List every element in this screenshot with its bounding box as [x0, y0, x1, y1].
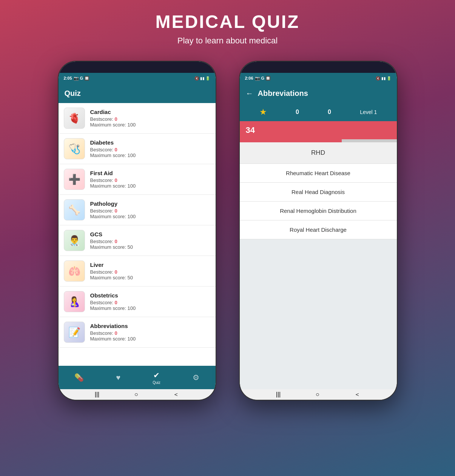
quiz-title-pathology: Pathology [90, 200, 136, 207]
progress-bar-fill [240, 139, 342, 142]
nav-settings[interactable]: ⚙ [193, 373, 199, 382]
pill-icon: 💊 [74, 373, 84, 382]
phone2-status-bar: 2:06 📷 G 🔲 🔇 ▮▮ 🔋 [240, 73, 397, 83]
phone2-status-time: 2:06 [245, 76, 253, 80]
phone2-home-circle: ○ [316, 391, 319, 398]
status-bar-right: 🔇 ▮▮ 🔋 [194, 76, 210, 80]
quiz-maxscore-liver: Maximum score: 50 [90, 275, 133, 280]
phone2-inner: 2:06 📷 G 🔲 🔇 ▮▮ 🔋 ← Abbreviations ★ 0 0 … [240, 62, 397, 400]
phone1-app-bar: Quiz [59, 83, 216, 103]
quiz-maxscore-abbreviations: Maximum score: 100 [90, 336, 136, 342]
nav-heart[interactable]: ♥ [116, 373, 120, 382]
quiz-title-liver: Liver [90, 262, 133, 268]
quiz-bestscore-cardiac: Bestscore: 0 [90, 116, 136, 122]
score-val-1: 0 [296, 109, 299, 116]
phone2-home-gesture: ||| [276, 391, 281, 398]
phones-container: 2:05 📷 G 🔲 🔇 ▮▮ 🔋 Quiz 🫀CardiacBestscore… [58, 61, 398, 401]
quiz-title-obstetrics: Obstetrics [90, 292, 136, 299]
quiz-title-abbreviations: Abbreviations [90, 323, 136, 329]
page-subtitle: Play to learn about medical [177, 36, 278, 46]
phone2-home-triangle: ＜ [354, 391, 360, 399]
quiz-title-diabetes: Diabetes [90, 139, 136, 146]
quiz-maxscore-cardiac: Maximum score: 100 [90, 122, 136, 128]
status-icons: 📷 G 🔲 [74, 76, 90, 81]
quiz-item-liver[interactable]: 🫁LiverBestscore: 0Maximum score: 50 [59, 256, 216, 287]
phone1-home-indicator: ||| ○ ＜ [59, 389, 216, 400]
phone2-app-title: Abbreviations [258, 89, 308, 98]
status-right-icons: 🔇 ▮▮ 🔋 [194, 76, 210, 80]
phone2-notch [240, 62, 397, 73]
notch-bump [130, 62, 145, 68]
question-number: 34 [246, 125, 255, 135]
question-number-bar: 34 [240, 121, 397, 139]
phone2-app-bar: ← Abbreviations [240, 83, 397, 103]
home-circle: ○ [134, 391, 138, 398]
phone2-status-right: 🔇 ▮▮ 🔋 [376, 76, 392, 80]
phone2-notch-bump [311, 62, 326, 68]
nav-quiz[interactable]: ✔ Quiz [153, 371, 160, 385]
quiz-bestscore-pathology: Bestscore: 0 [90, 208, 136, 214]
answer-options: Rheumatic Heart DiseaseReal Head Diagnos… [240, 164, 397, 389]
answer-ans4[interactable]: Royal Heart Discharge [240, 220, 397, 239]
nav-pill[interactable]: 💊 [74, 373, 84, 382]
quiz-item-obstetrics[interactable]: 🤱ObstetricsBestscore: 0Maximum score: 10… [59, 287, 216, 317]
progress-bar [240, 139, 397, 142]
phone2-right-icons: 🔇 ▮▮ 🔋 [376, 76, 392, 80]
quiz-item-diabetes[interactable]: 🩺DiabetesBestscore: 0Maximum score: 100 [59, 134, 216, 164]
back-arrow-icon[interactable]: ← [246, 89, 253, 98]
quiz-item-firstaid[interactable]: ➕First AidBestscore: 0Maximum score: 100 [59, 164, 216, 195]
quiz-bestscore-obstetrics: Bestscore: 0 [90, 300, 136, 305]
phone2: 2:06 📷 G 🔲 🔇 ▮▮ 🔋 ← Abbreviations ★ 0 0 … [239, 61, 398, 401]
status-time: 2:05 [64, 76, 72, 80]
quiz-bestscore-diabetes: Bestscore: 0 [90, 147, 136, 153]
quiz-list: 🫀CardiacBestscore: 0Maximum score: 100🩺D… [59, 103, 216, 366]
quiz-item-gcs[interactable]: 👨‍⚕️GCSBestscore: 0Maximum score: 50 [59, 225, 216, 256]
home-triangle: ＜ [173, 391, 179, 399]
phone1-app-title: Quiz [65, 89, 81, 98]
phone1-notch [59, 62, 216, 73]
quiz-maxscore-pathology: Maximum score: 100 [90, 214, 136, 219]
star-icon: ★ [259, 107, 267, 117]
level-label: Level 1 [360, 109, 377, 115]
quiz-icon-diabetes: 🩺 [64, 138, 85, 159]
phone2-status-icons: 📷 G 🔲 [255, 76, 271, 81]
home-back-gesture: ||| [95, 391, 99, 398]
phone1: 2:05 📷 G 🔲 🔇 ▮▮ 🔋 Quiz 🫀CardiacBestscore… [58, 61, 216, 401]
quiz-bestscore-firstaid: Bestscore: 0 [90, 177, 136, 183]
quiz-item-abbreviations[interactable]: 📝AbbreviationsBestscore: 0Maximum score:… [59, 317, 216, 348]
quiz-bestscore-abbreviations: Bestscore: 0 [90, 330, 136, 336]
question-text: RHD [240, 142, 397, 164]
answer-ans3[interactable]: Renal Hemoglobin Distribution [240, 202, 397, 220]
answer-ans1[interactable]: Rheumatic Heart Disease [240, 164, 397, 183]
quiz-icon-cardiac: 🫀 [64, 108, 85, 129]
status-bar-left: 2:05 📷 G 🔲 [64, 76, 90, 81]
quiz-icon-obstetrics: 🤱 [64, 291, 85, 312]
checkmark-icon: ✔ [153, 371, 160, 380]
quiz-maxscore-obstetrics: Maximum score: 100 [90, 305, 136, 311]
phone1-status-bar: 2:05 📷 G 🔲 🔇 ▮▮ 🔋 [59, 73, 216, 83]
quiz-item-cardiac[interactable]: 🫀CardiacBestscore: 0Maximum score: 100 [59, 103, 216, 134]
page-title: MEDICAL QUIZ [156, 11, 300, 32]
answer-ans2[interactable]: Real Head Diagnosis [240, 183, 397, 202]
quiz-maxscore-diabetes: Maximum score: 100 [90, 153, 136, 158]
quiz-icon-firstaid: ➕ [64, 169, 85, 190]
quiz-maxscore-firstaid: Maximum score: 100 [90, 183, 136, 189]
quiz-nav-label: Quiz [153, 380, 160, 385]
quiz-bestscore-gcs: Bestscore: 0 [90, 239, 133, 244]
quiz-title-gcs: GCS [90, 231, 133, 237]
quiz-content-area: 34 RHD Rheumatic Heart DiseaseReal Head … [240, 121, 397, 389]
score-val-2: 0 [328, 109, 331, 116]
bottom-nav: 💊 ♥ ✔ Quiz ⚙ [59, 366, 216, 389]
phone1-inner: 2:05 📷 G 🔲 🔇 ▮▮ 🔋 Quiz 🫀CardiacBestscore… [59, 62, 216, 400]
quiz-icon-abbreviations: 📝 [64, 322, 85, 343]
heart-icon: ♥ [116, 373, 120, 382]
quiz-maxscore-gcs: Maximum score: 50 [90, 244, 133, 250]
score-bar: ★ 0 0 Level 1 [240, 103, 397, 121]
quiz-item-pathology[interactable]: 🦴PathologyBestscore: 0Maximum score: 100 [59, 195, 216, 225]
quiz-icon-pathology: 🦴 [64, 199, 85, 220]
quiz-title-firstaid: First Aid [90, 170, 136, 176]
quiz-title-cardiac: Cardiac [90, 109, 136, 115]
phone2-home-indicator: ||| ○ ＜ [240, 389, 397, 400]
settings-icon: ⚙ [193, 373, 199, 382]
phone2-status-left: 2:06 📷 G 🔲 [245, 76, 271, 81]
